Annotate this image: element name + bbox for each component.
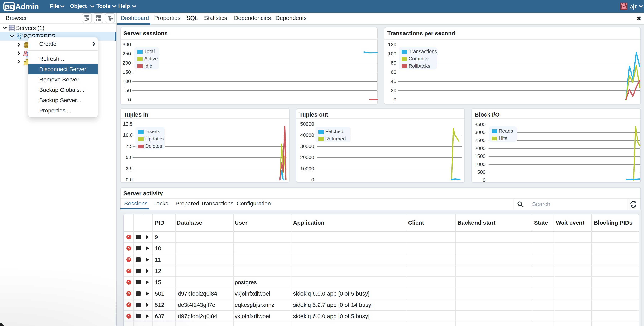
svg-text:pg: pg <box>4 1 14 11</box>
svg-text:Admin: Admin <box>15 2 39 11</box>
